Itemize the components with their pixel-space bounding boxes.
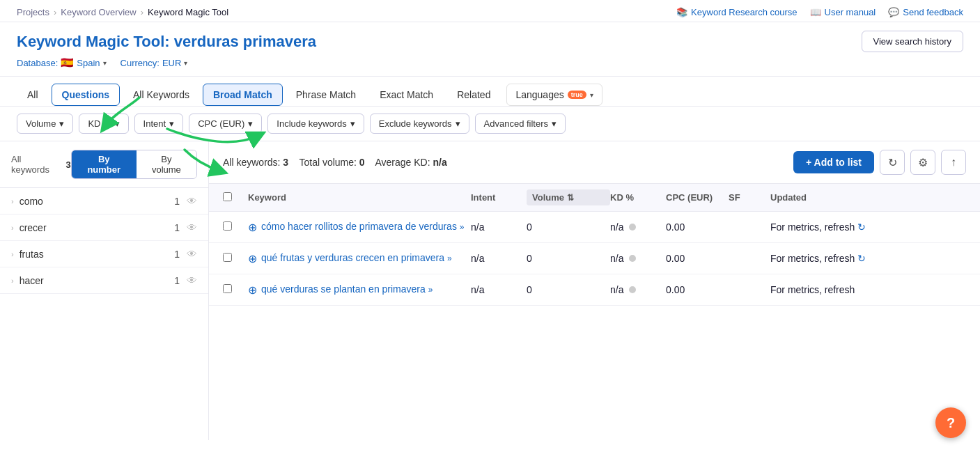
- updated-cell-3: For metrics, refresh: [770, 284, 966, 295]
- advanced-filters-filter[interactable]: Advanced filters ▾: [475, 114, 566, 134]
- database-chevron-icon: ▾: [103, 59, 107, 67]
- volume-chevron-icon: ▾: [59, 118, 64, 129]
- exclude-keywords-filter[interactable]: Exclude keywords ▾: [370, 114, 469, 134]
- kd-cell-3: n/a: [610, 284, 666, 295]
- intent-cell-2: n/a: [471, 253, 527, 264]
- keyword-cell-2: ⊕ qué frutas y verduras crecen en primav…: [248, 251, 471, 265]
- sort-by-number-button[interactable]: By number: [72, 150, 137, 178]
- send-feedback-link[interactable]: 💬 Send feedback: [888, 7, 963, 17]
- row-checkbox-1[interactable]: [223, 221, 232, 231]
- expand-icon: ›: [11, 276, 14, 285]
- results-panel: All keywords: 3 Total volume: 0 Average …: [209, 141, 980, 440]
- eye-icon[interactable]: 👁: [187, 195, 197, 207]
- user-manual-link[interactable]: 📖 User manual: [810, 7, 876, 17]
- eye-icon[interactable]: 👁: [187, 274, 197, 286]
- view-search-history-button[interactable]: View search history: [862, 31, 963, 52]
- updated-cell-1: For metrics, refresh ↻: [770, 221, 966, 233]
- plus-circle-icon: ⊕: [248, 283, 257, 297]
- kd-filter[interactable]: KD % ▾: [79, 114, 128, 134]
- keyword-link-2[interactable]: qué frutas y verduras crecen en primaver…: [261, 252, 444, 263]
- expand-icon: ›: [11, 197, 14, 205]
- help-button[interactable]: ?: [935, 407, 966, 438]
- col-sf: SF: [729, 192, 770, 203]
- sidebar-item-crecer[interactable]: › crecer 1 👁: [0, 215, 208, 241]
- kd-dot-icon: [629, 255, 636, 262]
- col-volume[interactable]: Volume ⇅: [527, 189, 610, 205]
- volume-filter[interactable]: Volume ▾: [17, 114, 73, 134]
- refresh-button[interactable]: ↻: [880, 150, 905, 175]
- col-updated: Updated: [770, 192, 966, 203]
- table-header: Keyword Intent Volume ⇅ KD % CPC (EUR) S…: [209, 184, 980, 212]
- top-bar: Projects › Keyword Overview › Keyword Ma…: [0, 0, 980, 22]
- breadcrumb-overview[interactable]: Keyword Overview: [61, 7, 136, 17]
- updated-cell-2: For metrics, refresh ↻: [770, 253, 966, 264]
- cpc-cell-2: 0.00: [666, 253, 729, 264]
- header-section: Keyword Magic Tool: verduras primavera V…: [0, 22, 980, 77]
- database-label: Database:: [17, 58, 58, 68]
- eye-icon[interactable]: 👁: [187, 221, 197, 233]
- table-row: ⊕ qué frutas y verduras crecen en primav…: [209, 243, 980, 274]
- col-cpc: CPC (EUR): [666, 192, 729, 203]
- kd-dot-icon: [629, 286, 636, 293]
- eye-icon[interactable]: 👁: [187, 248, 197, 260]
- keyword-cell-1: ⊕ cómo hacer rollitos de primavera de ve…: [248, 220, 471, 234]
- currency-label: Currency:: [120, 58, 160, 68]
- keyword-research-course-link[interactable]: 📚 Keyword Research course: [676, 7, 797, 17]
- export-button[interactable]: ↑: [941, 150, 966, 175]
- sidebar-item-frutas[interactable]: › frutas 1 👁: [0, 241, 208, 267]
- database-selector[interactable]: Database: 🇪🇸 Spain ▾: [17, 56, 107, 69]
- intent-cell-1: n/a: [471, 221, 527, 233]
- tab-all[interactable]: All: [17, 84, 49, 106]
- volume-cell-1: 0: [527, 221, 610, 233]
- database-value: Spain: [77, 58, 100, 68]
- advanced-chevron-icon: ▾: [552, 118, 557, 129]
- sort-by-volume-button[interactable]: By volume: [137, 150, 196, 178]
- tab-languages[interactable]: Languages true ▾: [506, 84, 602, 106]
- expand-icon: ›: [11, 250, 14, 258]
- tab-all-keywords[interactable]: All Keywords: [123, 84, 200, 106]
- breadcrumb: Projects › Keyword Overview › Keyword Ma…: [17, 7, 228, 17]
- kd-dot-icon: [629, 224, 636, 231]
- exclude-chevron-icon: ▾: [456, 118, 460, 129]
- tab-questions[interactable]: Questions: [52, 84, 120, 106]
- sidebar-item-hacer[interactable]: › hacer 1 👁: [0, 267, 208, 294]
- col-intent: Intent: [471, 192, 527, 203]
- tab-broad-match[interactable]: Broad Match: [203, 84, 283, 106]
- sidebar-item-como[interactable]: › como 1 👁: [0, 188, 208, 215]
- refresh-icon[interactable]: ↻: [857, 253, 866, 264]
- kd-cell-2: n/a: [610, 253, 666, 264]
- keyword-link-1[interactable]: cómo hacer rollitos de primavera de verd…: [261, 221, 457, 232]
- settings-button[interactable]: ⚙: [910, 150, 935, 175]
- currency-chevron-icon: ▾: [184, 59, 187, 67]
- currency-selector[interactable]: Currency: EUR ▾: [120, 58, 188, 68]
- intent-chevron-icon: ▾: [169, 118, 174, 129]
- cpc-filter[interactable]: CPC (EUR) ▾: [189, 114, 262, 134]
- keyword-link-3[interactable]: qué verduras se plantan en primavera: [261, 283, 426, 295]
- tab-exact-match[interactable]: Exact Match: [369, 84, 444, 106]
- include-keywords-filter[interactable]: Include keywords ▾: [267, 114, 364, 134]
- tab-related[interactable]: Related: [446, 84, 501, 106]
- col-keyword: Keyword: [248, 192, 471, 203]
- sidebar-count: 3: [65, 159, 70, 170]
- add-to-list-button[interactable]: + Add to list: [793, 151, 874, 173]
- sidebar: All keywords 3 By number By volume › com…: [0, 141, 209, 440]
- breadcrumb-projects[interactable]: Projects: [17, 7, 49, 17]
- plus-circle-icon: ⊕: [248, 252, 257, 265]
- row-checkbox-3[interactable]: [223, 284, 232, 293]
- sort-buttons: By number By volume: [71, 150, 197, 179]
- refresh-icon[interactable]: ↻: [857, 221, 866, 233]
- results-summary: All keywords: 3 Total volume: 0 Average …: [223, 157, 447, 168]
- include-chevron-icon: ▾: [350, 118, 355, 129]
- intent-filter[interactable]: Intent ▾: [134, 114, 184, 134]
- page-title: Keyword Magic Tool: verduras primavera: [17, 33, 316, 51]
- cpc-cell-3: 0.00: [666, 284, 729, 295]
- table-row: ⊕ cómo hacer rollitos de primavera de ve…: [209, 212, 980, 243]
- keyword-cell-3: ⊕ qué verduras se plantan en primavera »: [248, 283, 471, 297]
- expand-icon: ›: [11, 224, 14, 232]
- select-all-checkbox[interactable]: [223, 192, 232, 201]
- tab-phrase-match[interactable]: Phrase Match: [286, 84, 366, 106]
- row-checkbox-2[interactable]: [223, 253, 232, 262]
- tabs-section: All Questions All Keywords Broad Match P…: [0, 77, 980, 107]
- breadcrumb-current: Keyword Magic Tool: [148, 7, 228, 17]
- results-actions: + Add to list ↻ ⚙ ↑: [793, 150, 966, 175]
